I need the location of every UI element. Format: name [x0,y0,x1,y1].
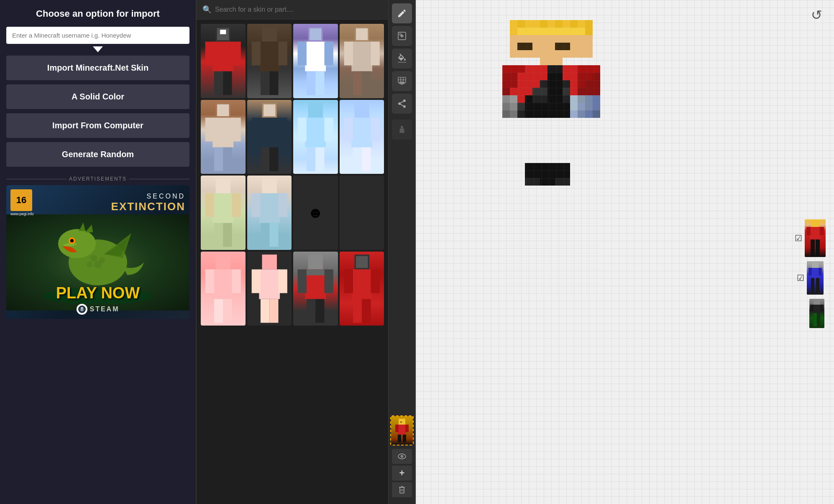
svg-rect-25 [269,71,278,95]
svg-rect-51 [278,117,287,141]
svg-rect-24 [260,71,269,95]
username-input[interactable] [6,27,189,44]
import-minecraft-button[interactable]: Import Minecraft.Net Skin [6,56,189,80]
skin-editor-canvas[interactable] [466,13,642,339]
svg-rect-21 [259,42,280,71]
svg-rect-84 [262,255,277,270]
svg-rect-298 [814,300,820,305]
play-now-highlight: NOW [101,284,140,302]
svg-rect-77 [269,223,278,247]
add-layer-button[interactable]: + [392,466,412,481]
svg-rect-44 [232,117,241,141]
svg-rect-303 [817,313,820,326]
svg-rect-22 [251,42,260,66]
share-tool[interactable] [392,94,412,114]
import-computer-button[interactable]: Import From Computer [6,113,189,138]
svg-rect-39 [362,71,371,95]
svg-point-10 [81,307,83,309]
skin-item[interactable] [247,100,292,174]
svg-rect-88 [260,299,269,323]
pencil-tool[interactable] [392,3,412,23]
skin-item[interactable] [201,252,246,326]
play-now-row: PLAY NOW [6,284,189,302]
left-panel: Choose an option for import Import Minec… [0,0,197,504]
skin-item[interactable] [340,252,384,326]
svg-rect-78 [216,255,231,270]
svg-rect-81 [232,269,241,293]
skin-item[interactable] [201,100,246,174]
svg-rect-285 [502,20,600,296]
svg-rect-299 [813,305,821,313]
svg-rect-108 [398,425,406,435]
skin-item[interactable] [293,252,338,326]
solid-color-button[interactable]: A Solid Color [6,84,189,109]
svg-rect-292 [812,262,819,268]
svg-rect-42 [212,117,233,147]
skin-item[interactable] [201,24,246,98]
svg-point-113 [400,421,402,423]
layer1-checkbox[interactable]: ☑ [795,233,802,243]
import-skin-tool[interactable] [392,26,412,46]
model-tool[interactable] [392,120,412,140]
svg-rect-94 [325,269,333,293]
svg-rect-13 [220,30,226,34]
svg-rect-90 [308,255,323,270]
svg-rect-17 [232,42,241,66]
skin-item[interactable] [247,176,292,250]
skin-item[interactable] [293,100,338,174]
svg-rect-296 [811,278,814,293]
svg-rect-29 [298,42,307,66]
svg-point-8 [87,262,92,267]
ad-banner[interactable]: 16 www.pegi.info SECOND EXTINCTION PLAY … [6,185,189,319]
svg-point-7 [94,261,102,268]
svg-rect-64 [353,147,361,171]
eye-icon[interactable] [392,449,412,464]
svg-rect-72 [262,178,277,193]
svg-rect-55 [305,117,326,147]
svg-rect-102 [353,299,361,323]
svg-rect-46 [223,147,232,171]
svg-rect-112 [403,435,406,442]
generate-random-button[interactable]: Generate Random [6,142,189,167]
panel-title: Choose an option for import [36,8,160,19]
rating-badge: 16 [10,189,32,211]
svg-rect-68 [205,193,214,217]
svg-rect-105 [399,33,402,36]
svg-rect-111 [398,435,401,442]
fill-tool[interactable] [392,48,412,69]
search-bar: 🔍 [197,0,388,20]
svg-rect-297 [816,278,819,293]
svg-rect-56 [298,117,307,141]
skin-item[interactable] [247,24,292,98]
svg-rect-75 [278,193,287,217]
svg-rect-41 [217,104,229,116]
skin-item[interactable] [247,252,292,326]
skin-item-ghost[interactable]: ☻ [293,176,338,250]
layer1-option[interactable]: ☑ [795,219,826,257]
skin-item[interactable] [340,24,384,98]
layer2-option[interactable]: ☑ [797,261,824,295]
search-input[interactable] [215,6,382,13]
skin-item[interactable] [340,100,384,174]
skin-item[interactable] [201,176,246,250]
layer2-checkbox[interactable]: ☑ [797,273,804,283]
svg-rect-57 [325,117,333,141]
skin-gallery-panel: 🔍 [197,0,389,504]
svg-rect-35 [351,42,372,71]
svg-rect-107 [399,419,405,425]
svg-rect-71 [223,223,232,247]
svg-rect-301 [820,305,824,311]
svg-rect-73 [259,193,280,223]
svg-rect-32 [315,71,324,95]
svg-rect-302 [814,313,817,326]
layers-tool[interactable] [392,71,412,91]
svg-rect-96 [315,299,324,323]
skin-item-blank [340,176,384,250]
svg-point-5 [90,255,97,262]
delete-layer-button[interactable] [392,482,412,497]
undo-button[interactable]: ↺ [807,6,826,24]
svg-rect-82 [214,299,223,323]
preview-thumbnail[interactable] [390,415,414,445]
skin-item[interactable] [293,24,338,98]
svg-rect-293 [811,268,819,278]
